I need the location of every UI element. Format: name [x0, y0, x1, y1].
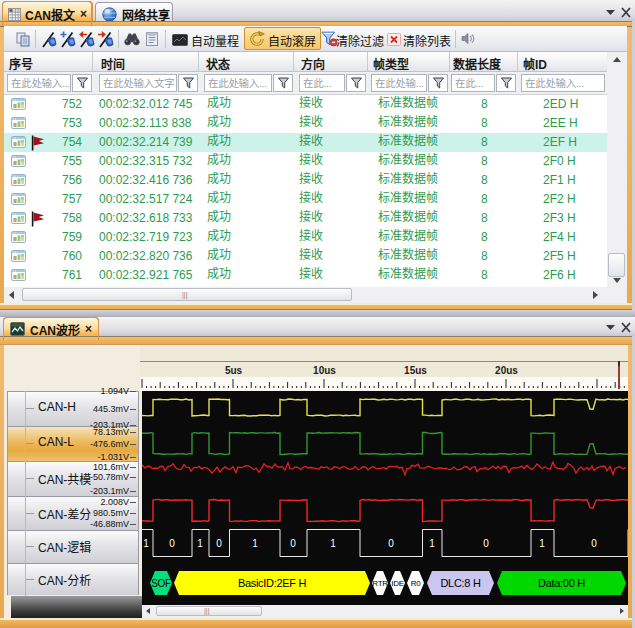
svg-text:0: 0: [290, 538, 296, 549]
svg-text:0: 0: [388, 538, 394, 549]
svg-text:1: 1: [252, 538, 258, 549]
svg-text:1: 1: [143, 538, 149, 549]
svg-text:1: 1: [330, 538, 336, 549]
svg-text:0: 0: [169, 538, 175, 549]
svg-text:0: 0: [216, 538, 222, 549]
svg-text:0: 0: [483, 538, 489, 549]
svg-text:1: 1: [197, 538, 203, 549]
svg-text:1: 1: [539, 538, 545, 549]
svg-text:0: 0: [591, 538, 597, 549]
svg-text:1: 1: [429, 538, 435, 549]
